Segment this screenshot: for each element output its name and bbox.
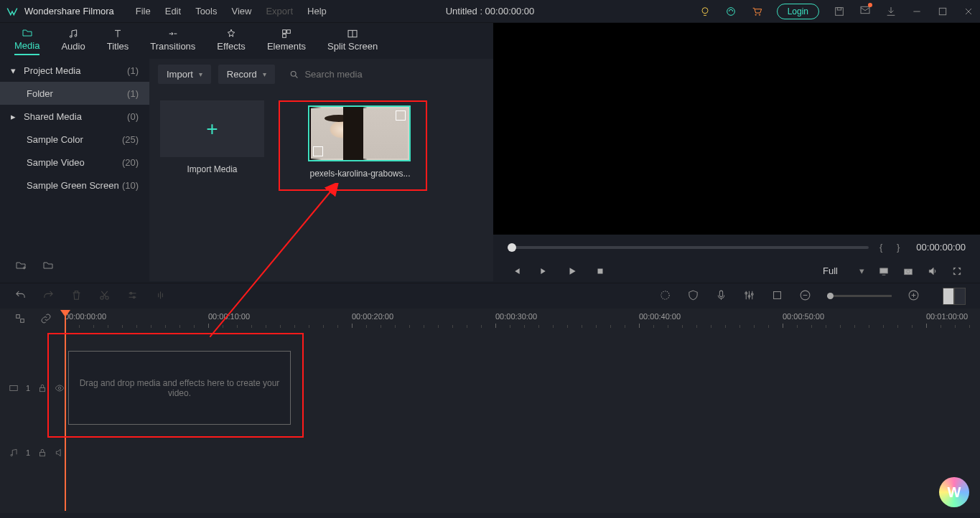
- mixer-icon[interactable]: [743, 289, 755, 303]
- in-out-braces[interactable]: { }: [879, 242, 905, 253]
- mic-icon[interactable]: [715, 289, 727, 303]
- video-track-icon: [9, 383, 19, 393]
- minimize-icon[interactable]: [911, 6, 923, 17]
- menu-help[interactable]: Help: [307, 6, 327, 17]
- display-icon[interactable]: [879, 266, 889, 276]
- tab-titles[interactable]: Titles: [107, 28, 129, 55]
- clip-label: pexels-karolina-grabows...: [308, 169, 412, 179]
- svg-point-45: [58, 387, 61, 390]
- volume-icon[interactable]: [928, 266, 938, 276]
- video-track-header[interactable]: 1: [0, 383, 65, 393]
- timeline-view-toggle[interactable]: [943, 288, 966, 305]
- svg-rect-26: [880, 268, 888, 273]
- maximize-icon[interactable]: [937, 6, 948, 17]
- svg-rect-5: [837, 7, 841, 9]
- cart-icon[interactable]: [751, 6, 762, 17]
- play-icon[interactable]: [567, 266, 577, 276]
- clip-add-icon[interactable]: [313, 146, 323, 156]
- sidebar-item-shared-media[interactable]: ▸Shared Media(0): [0, 105, 149, 128]
- svg-rect-7: [939, 8, 946, 14]
- close-icon[interactable]: [963, 6, 974, 17]
- import-media-cell[interactable]: + Import Media: [160, 100, 264, 191]
- timeline-toolbar: [0, 283, 980, 309]
- svg-point-46: [11, 454, 12, 456]
- svg-point-9: [75, 34, 77, 37]
- import-dropdown[interactable]: Import: [158, 65, 211, 84]
- zoom-out-icon[interactable]: [799, 289, 811, 303]
- tab-transitions[interactable]: Transitions: [150, 28, 195, 55]
- message-icon[interactable]: [859, 4, 871, 18]
- menu-view[interactable]: View: [231, 6, 251, 17]
- snapshot-icon[interactable]: [903, 266, 913, 276]
- main-menu: File Edit Tools View Export Help: [136, 6, 327, 17]
- svg-rect-25: [598, 268, 603, 273]
- audio-track-icon: [9, 448, 19, 458]
- lock-icon[interactable]: [37, 448, 47, 458]
- menu-file[interactable]: File: [136, 6, 151, 17]
- prev-frame-icon[interactable]: [511, 266, 521, 276]
- preview-controls: { } 00:00:00:00 Full: [493, 235, 980, 282]
- sidebar-item-project-media[interactable]: ▾Project Media(1): [0, 59, 149, 82]
- idea-icon[interactable]: [699, 6, 711, 17]
- undo-icon[interactable]: [14, 289, 27, 303]
- tab-media[interactable]: Media: [14, 27, 39, 55]
- preview-scrubber[interactable]: [508, 246, 869, 249]
- svg-point-33: [661, 291, 669, 298]
- tab-effects[interactable]: Effects: [217, 28, 246, 55]
- eye-icon[interactable]: [55, 383, 65, 393]
- download-icon[interactable]: [885, 6, 897, 17]
- svg-point-2: [755, 14, 756, 15]
- sidebar-item-sample-video[interactable]: Sample Video(20): [0, 151, 149, 174]
- svg-point-0: [702, 7, 708, 13]
- timeline-panel: 00:00:00:0000:00:10:0000:00:20:0000:00:3…: [0, 309, 980, 513]
- svg-rect-38: [774, 291, 781, 298]
- tab-elements[interactable]: Elements: [267, 28, 306, 55]
- shield-icon[interactable]: [687, 289, 699, 303]
- record-dropdown[interactable]: Record: [218, 65, 275, 84]
- tab-split-screen[interactable]: Split Screen: [327, 28, 378, 55]
- sidebar-item-folder[interactable]: Folder(1): [0, 82, 149, 105]
- audio-track-header[interactable]: 1: [0, 448, 65, 458]
- zoom-slider[interactable]: [827, 295, 892, 297]
- new-folder-icon[interactable]: [14, 260, 27, 271]
- playhead[interactable]: [65, 310, 66, 511]
- quality-dropdown[interactable]: Full: [823, 265, 864, 276]
- marker-icon[interactable]: [659, 289, 671, 303]
- wondershare-badge[interactable]: W: [939, 477, 969, 507]
- menu-edit[interactable]: Edit: [165, 6, 181, 17]
- tab-audio[interactable]: Audio: [61, 28, 85, 55]
- save-icon[interactable]: [834, 6, 845, 17]
- svg-point-8: [70, 35, 72, 37]
- link-icon[interactable]: [40, 313, 52, 324]
- preview-time: 00:00:00:00: [916, 242, 966, 253]
- stop-icon[interactable]: [595, 266, 605, 276]
- crop-icon[interactable]: [771, 289, 783, 303]
- clip-thumbnail[interactable]: [308, 105, 411, 161]
- svg-rect-6: [861, 6, 869, 13]
- lock-icon[interactable]: [37, 383, 47, 393]
- delete-icon: [70, 289, 83, 303]
- app-name: Wondershare Filmora: [24, 6, 114, 17]
- svg-rect-42: [21, 319, 24, 323]
- timeline-drop-zone[interactable]: Drag and drop media and effects here to …: [68, 351, 291, 425]
- cut-icon: [98, 289, 111, 303]
- zoom-in-icon[interactable]: [907, 289, 920, 303]
- sidebar-item-sample-green[interactable]: Sample Green Screen(10): [0, 174, 149, 197]
- svg-rect-44: [40, 387, 45, 391]
- timeline-ruler[interactable]: 00:00:00:0000:00:10:0000:00:20:0000:00:3…: [65, 312, 980, 329]
- support-icon[interactable]: [725, 6, 737, 17]
- svg-point-14: [291, 71, 296, 76]
- preview-panel: [493, 23, 980, 235]
- menu-tools[interactable]: Tools: [195, 6, 217, 17]
- next-frame-icon[interactable]: [539, 266, 549, 276]
- login-button[interactable]: Login: [777, 4, 819, 19]
- expand-tracks-icon[interactable]: [14, 313, 26, 324]
- folder-icon[interactable]: [42, 260, 55, 271]
- media-clip[interactable]: pexels-karolina-grabows...: [308, 105, 412, 179]
- adjust-icon: [126, 289, 139, 303]
- menu-export: Export: [266, 6, 293, 17]
- speaker-icon[interactable]: [55, 448, 65, 458]
- sidebar-item-sample-color[interactable]: Sample Color(25): [0, 128, 149, 151]
- svg-rect-12: [283, 34, 286, 37]
- fullscreen-icon[interactable]: [952, 266, 962, 276]
